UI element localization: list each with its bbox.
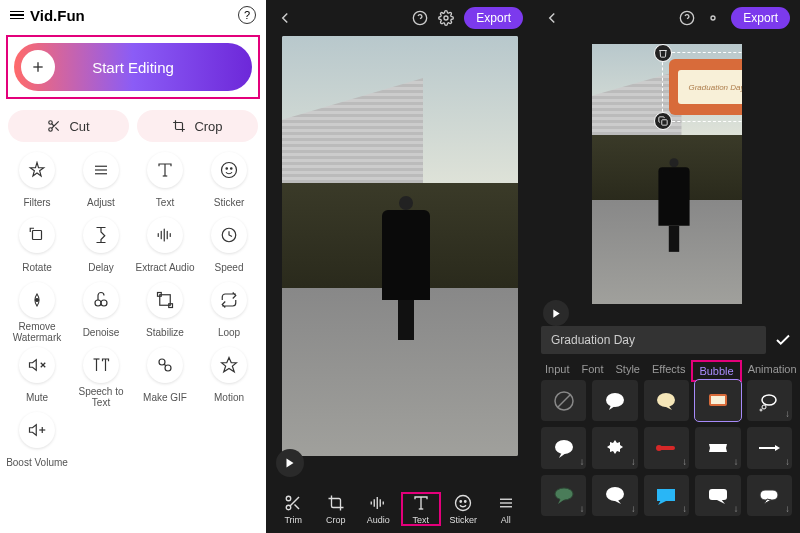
svg-marker-32 <box>222 358 237 372</box>
confirm-icon[interactable] <box>774 331 792 349</box>
bubble-text: Graduation Day <box>678 70 741 104</box>
start-editing-button[interactable]: Start Editing <box>14 43 252 91</box>
delete-handle[interactable] <box>654 44 672 62</box>
svg-rect-64 <box>711 396 725 404</box>
start-editing-highlight: Start Editing <box>6 35 260 99</box>
help-icon[interactable] <box>412 10 428 26</box>
bubble-option-11[interactable]: ↓ <box>592 475 637 516</box>
make-gif-icon <box>147 347 183 383</box>
download-icon: ↓ <box>631 456 636 467</box>
back-icon[interactable] <box>276 9 294 27</box>
tab-style[interactable]: Style <box>609 360 645 382</box>
cut-button[interactable]: Cut <box>8 110 129 142</box>
video-preview[interactable] <box>282 36 518 456</box>
tool-speech-to-text[interactable]: Speech to Text <box>70 347 132 408</box>
copy-handle[interactable] <box>654 112 672 130</box>
bubble-option-10[interactable]: ↓ <box>541 475 586 516</box>
tool-remove-watermark[interactable]: Remove Watermark <box>6 282 68 343</box>
tool-denoise[interactable]: Denoise <box>70 282 132 343</box>
boost-volume-icon <box>19 412 55 448</box>
bubble-option-14[interactable]: ↓ <box>747 475 792 516</box>
svg-marker-23 <box>30 360 37 371</box>
tool-stabilize[interactable]: Stabilize <box>134 282 196 343</box>
bubble-grid: ↓↓↓↓↓↓↓↓↓↓↓ <box>541 380 792 516</box>
export-button[interactable]: Export <box>731 7 790 29</box>
toolbar-sticker[interactable]: Sticker <box>444 493 482 525</box>
mute-icon <box>19 347 55 383</box>
tools-grid: FiltersAdjustTextStickerRotateDelayExtra… <box>0 148 266 477</box>
editor-header: Export <box>266 0 533 36</box>
rotate-icon <box>19 217 55 253</box>
svg-point-30 <box>165 365 171 371</box>
tool-loop[interactable]: Loop <box>198 282 260 343</box>
quick-actions: Cut Crop <box>0 104 266 148</box>
app-name: Vid.Fun <box>30 7 85 24</box>
bubble-option-6[interactable]: ↓ <box>592 427 637 468</box>
bubble-option-12[interactable]: ↓ <box>644 475 689 516</box>
text-bubble-overlay[interactable]: Graduation Day <box>662 52 742 122</box>
menu-icon[interactable] <box>10 9 24 22</box>
bubble-option-1[interactable] <box>592 380 637 421</box>
tool-motion[interactable]: Motion <box>198 347 260 408</box>
tab-effects[interactable]: Effects <box>646 360 691 382</box>
sticker-icon <box>211 152 247 188</box>
bubble-option-2[interactable] <box>644 380 689 421</box>
bubble-option-13[interactable]: ↓ <box>695 475 740 516</box>
settings-icon[interactable] <box>705 10 721 26</box>
svg-line-31 <box>164 364 166 366</box>
settings-icon[interactable] <box>438 10 454 26</box>
video-preview-small[interactable]: Graduation Day <box>592 44 742 304</box>
export-button[interactable]: Export <box>464 7 523 29</box>
tool-text[interactable]: Text <box>134 152 196 213</box>
svg-marker-73 <box>724 444 727 452</box>
tool-sticker[interactable]: Sticker <box>198 152 260 213</box>
svg-point-61 <box>657 393 675 407</box>
download-icon: ↓ <box>579 456 584 467</box>
bubble-option-3[interactable] <box>695 380 740 421</box>
tool-mute[interactable]: Mute <box>6 347 68 408</box>
tool-filters[interactable]: Filters <box>6 152 68 213</box>
bubble-option-4[interactable]: ↓ <box>747 380 792 421</box>
bubble-option-9[interactable]: ↓ <box>747 427 792 468</box>
svg-point-18 <box>95 300 101 306</box>
svg-rect-84 <box>760 490 778 500</box>
download-icon: ↓ <box>734 456 739 467</box>
crop-button[interactable]: Crop <box>137 110 258 142</box>
tool-speed[interactable]: Speed <box>198 217 260 278</box>
bubble-option-8[interactable]: ↓ <box>695 427 740 468</box>
tab-bubble[interactable]: Bubble <box>691 360 741 382</box>
tab-animation[interactable]: Animation <box>742 360 800 382</box>
bubble-option-5[interactable]: ↓ <box>541 427 586 468</box>
toolbar-text[interactable]: Text <box>402 493 440 525</box>
tool-rotate[interactable]: Rotate <box>6 217 68 278</box>
toolbar-audio[interactable]: Audio <box>359 493 397 525</box>
tool-delay[interactable]: Delay <box>70 217 132 278</box>
tool-adjust[interactable]: Adjust <box>70 152 132 213</box>
help-icon[interactable]: ? <box>238 6 256 24</box>
download-icon: ↓ <box>734 503 739 514</box>
help-icon[interactable] <box>679 10 695 26</box>
back-icon[interactable] <box>543 9 561 27</box>
play-button[interactable] <box>276 449 304 477</box>
download-icon: ↓ <box>631 503 636 514</box>
svg-point-38 <box>444 16 448 20</box>
tab-font[interactable]: Font <box>575 360 609 382</box>
text-icon <box>147 152 183 188</box>
text-input[interactable] <box>541 326 766 354</box>
bubble-option-0[interactable] <box>541 380 586 421</box>
tool-make-gif[interactable]: Make GIF <box>134 347 196 408</box>
toolbar-all[interactable]: All <box>487 493 525 525</box>
tab-input[interactable]: Input <box>539 360 575 382</box>
svg-point-12 <box>222 163 237 178</box>
play-button[interactable] <box>543 300 569 326</box>
bubble-header: Export <box>533 0 800 36</box>
tool-boost-volume[interactable]: Boost Volume <box>6 412 68 473</box>
speed-icon <box>211 217 247 253</box>
download-icon: ↓ <box>785 456 790 467</box>
plus-icon <box>21 50 55 84</box>
toolbar-crop[interactable]: Crop <box>317 493 355 525</box>
bubble-option-7[interactable]: ↓ <box>644 427 689 468</box>
toolbar-trim[interactable]: Trim <box>274 493 312 525</box>
svg-point-47 <box>460 501 462 503</box>
tool-extract-audio[interactable]: Extract Audio <box>134 217 196 278</box>
